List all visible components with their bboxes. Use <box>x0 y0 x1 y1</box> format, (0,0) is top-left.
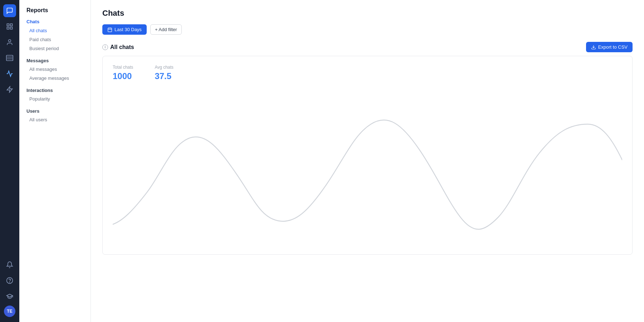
chart-stats: Total chats 1000 Avg chats 37.5 <box>113 65 622 81</box>
export-icon <box>591 45 596 50</box>
reports-nav-icon[interactable] <box>3 67 16 80</box>
nav-item-average-messages[interactable]: Average messages <box>19 74 91 83</box>
main-content: Chats Last 30 Days + Add filter i All ch… <box>91 0 644 322</box>
avg-chats-stat: Avg chats 37.5 <box>155 65 173 81</box>
avg-chats-label: Avg chats <box>155 65 173 70</box>
inbox-nav-icon[interactable] <box>3 52 16 64</box>
toolbar: Last 30 Days + Add filter <box>102 24 633 35</box>
nav-item-all-messages[interactable]: All messages <box>19 65 91 74</box>
total-chats-value: 1000 <box>113 71 133 81</box>
svg-rect-1 <box>10 24 13 26</box>
calendar-icon <box>107 27 112 32</box>
nav-item-all-users[interactable]: All users <box>19 115 91 124</box>
section-label: All chats <box>110 44 134 50</box>
academy-icon[interactable] <box>3 290 16 303</box>
contacts-nav-icon[interactable] <box>3 36 16 49</box>
chart-area <box>113 88 622 246</box>
nav-group-interactions: Interactions <box>19 83 91 94</box>
home-nav-icon[interactable] <box>3 20 16 33</box>
svg-rect-2 <box>7 27 9 29</box>
nav-group-chats[interactable]: Chats <box>19 17 91 26</box>
add-filter-button[interactable]: + Add filter <box>150 24 182 35</box>
total-chats-stat: Total chats 1000 <box>113 65 133 81</box>
bell-icon[interactable] <box>3 258 16 271</box>
user-avatar[interactable]: TE <box>4 306 15 317</box>
icon-sidebar: TE <box>0 0 19 322</box>
svg-marker-5 <box>7 87 13 93</box>
bottom-icon-group: TE <box>3 258 16 322</box>
page-title: Chats <box>102 9 633 18</box>
avg-chats-value: 37.5 <box>155 71 173 81</box>
date-filter-button[interactable]: Last 30 Days <box>102 24 147 35</box>
svg-point-4 <box>9 40 11 42</box>
engage-nav-icon[interactable] <box>3 83 16 96</box>
svg-rect-0 <box>7 24 9 26</box>
export-csv-button[interactable]: Export to CSV <box>586 42 633 52</box>
nav-item-paid-chats[interactable]: Paid chats <box>19 35 91 44</box>
total-chats-label: Total chats <box>113 65 133 70</box>
nav-item-busiest-period[interactable]: Busiest period <box>19 44 91 53</box>
svg-rect-3 <box>10 27 13 29</box>
info-icon: i <box>102 44 108 50</box>
nav-group-users: Users <box>19 103 91 115</box>
nav-item-popularity[interactable]: Popularity <box>19 94 91 103</box>
section-header: i All chats Export to CSV <box>102 42 633 52</box>
nav-section-title: Reports <box>19 7 91 17</box>
nav-item-all-chats[interactable]: All chats <box>19 26 91 35</box>
chart-card: Total chats 1000 Avg chats 37.5 <box>102 56 633 255</box>
nav-group-messages: Messages <box>19 53 91 65</box>
svg-rect-8 <box>108 28 112 32</box>
chat-nav-icon[interactable] <box>3 4 16 17</box>
help-icon[interactable] <box>3 274 16 287</box>
left-nav: Reports Chats All chats Paid chats Busie… <box>19 0 91 322</box>
